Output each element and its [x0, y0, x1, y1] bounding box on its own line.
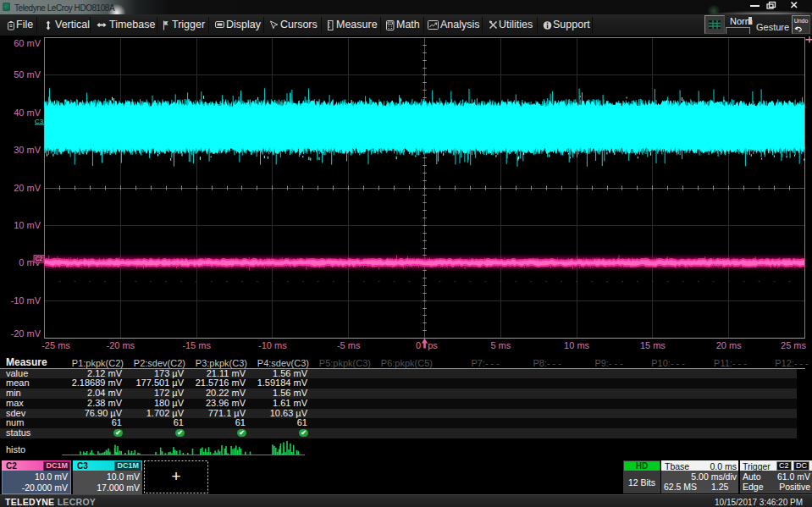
svg-text:-10 mV: -10 mV	[11, 295, 41, 306]
svg-text:C2: C2	[36, 256, 43, 262]
svg-text:-10 ms: -10 ms	[258, 340, 287, 350]
svg-text:-20 mV: -20 mV	[11, 328, 41, 339]
svg-text:C3: C3	[35, 118, 44, 125]
svg-text:10 mV: 10 mV	[14, 220, 41, 230]
svg-text:5 ms: 5 ms	[490, 340, 511, 350]
svg-text:25 ms: 25 ms	[781, 340, 806, 350]
svg-text:-20 ms: -20 ms	[106, 340, 135, 350]
svg-text:-5 ms: -5 ms	[337, 340, 361, 350]
svg-text:20 ms: 20 ms	[716, 340, 742, 350]
svg-text:60 mV: 60 mV	[14, 38, 41, 48]
svg-text:40 mV: 40 mV	[14, 107, 41, 118]
svg-text:0: 0	[416, 340, 421, 350]
svg-text:15 ms: 15 ms	[640, 340, 666, 350]
svg-text:10 ms: 10 ms	[564, 340, 589, 350]
svg-text:-25 ms: -25 ms	[41, 340, 70, 350]
svg-text:50 mV: 50 mV	[14, 69, 41, 80]
svg-text:30 mV: 30 mV	[14, 145, 41, 155]
svg-text:ps: ps	[428, 340, 438, 350]
svg-text:-15 ms: -15 ms	[182, 340, 211, 350]
svg-text:20 mV: 20 mV	[14, 183, 41, 193]
